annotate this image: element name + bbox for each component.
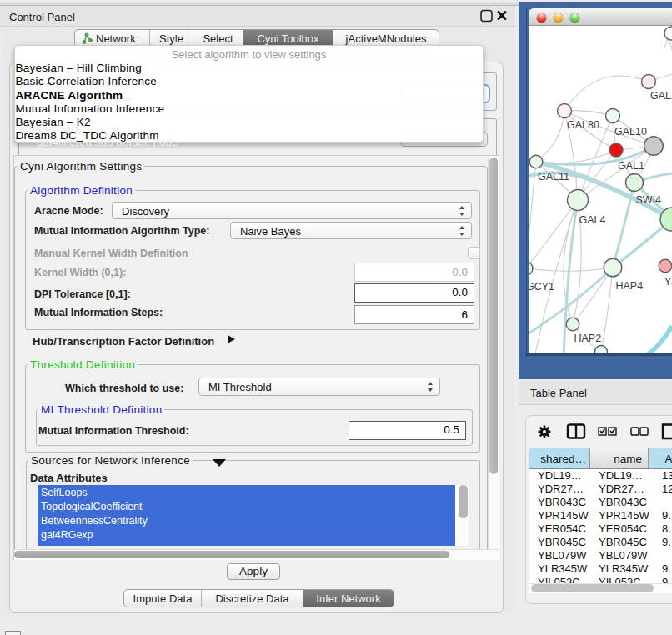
svg-text:GAL10: GAL10 (614, 126, 647, 138)
svg-text:HAP4: HAP4 (616, 280, 644, 292)
svg-text:GAL1: GAL1 (618, 160, 644, 172)
svg-text:GAL2: GAL2 (650, 90, 672, 102)
svg-text:SWI4: SWI4 (636, 194, 662, 206)
svg-text:HAP2: HAP2 (574, 332, 602, 344)
svg-text:YJ: YJ (664, 276, 672, 288)
svg-text:GCY1: GCY1 (529, 281, 554, 292)
svg-text:GAL11: GAL11 (538, 171, 569, 182)
svg-text:GAL80: GAL80 (567, 119, 599, 131)
svg-text:GAL4: GAL4 (579, 214, 606, 226)
